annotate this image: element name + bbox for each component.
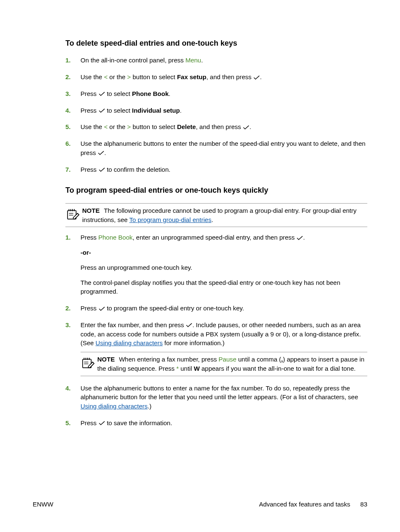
text: , and then press [206, 73, 253, 80]
text: Press [81, 305, 99, 312]
text: Press [81, 234, 99, 241]
link-dialing-characters[interactable]: Using dialing characters [96, 339, 163, 346]
text: for more information.) [163, 339, 225, 346]
text: . [260, 73, 262, 80]
section2-steps: 1. Press Phone Book, enter an unprogramm… [65, 233, 367, 427]
check-icon [243, 125, 249, 130]
list-item: 1. On the all-in-one control panel, pres… [65, 56, 367, 65]
check-icon [98, 151, 104, 155]
step-body: Press Phone Book, enter an unprogrammed … [81, 233, 367, 296]
step-body: Enter the fax number, and then press . I… [81, 320, 367, 376]
step-number: 5. [65, 418, 81, 428]
footer-left: ENWW [33, 501, 53, 508]
link-dialing-characters[interactable]: Using dialing characters [81, 403, 148, 410]
text: to save the information. [105, 419, 172, 426]
text: . [303, 234, 305, 241]
list-item: 7. Press to confirm the deletion. [65, 165, 367, 174]
step-number: 3. [65, 89, 81, 98]
list-item: 5. Use the < or the > button to select D… [65, 122, 367, 132]
step-number: 1. [65, 233, 81, 242]
bold-text: Phone Book [132, 90, 169, 97]
step-body: Use the < or the > button to select Fax … [81, 72, 367, 82]
step-number: 1. [65, 56, 81, 65]
text: Press [81, 166, 99, 173]
page-number: 83 [360, 501, 367, 508]
text: . [211, 216, 213, 223]
text: . [249, 123, 251, 130]
text: Use the [81, 123, 104, 130]
list-item: 1. Press Phone Book, enter an unprogramm… [65, 233, 367, 296]
text: . [104, 149, 106, 156]
text: until [179, 365, 194, 372]
step-number: 4. [65, 106, 81, 115]
step-body: Press to save the information. [81, 418, 367, 428]
list-item: 3. Press to select Phone Book. [65, 89, 367, 98]
section1-steps: 1. On the all-in-one control panel, pres… [65, 56, 367, 174]
check-icon [297, 236, 303, 240]
paragraph: The control-panel display notifies you t… [81, 278, 367, 297]
text: to confirm the deletion. [105, 166, 171, 173]
text: button to select [131, 123, 177, 130]
step-body: Press to confirm the deletion. [81, 165, 367, 174]
note-block: NOTEThe following procedure cannot be us… [65, 203, 367, 227]
footer-section-title: Advanced fax features and tasks [259, 501, 351, 508]
bold-text: Delete [177, 123, 196, 130]
text: Press [81, 90, 99, 97]
text: button to select [131, 73, 177, 80]
step-body: Use the alphanumeric buttons to enter th… [81, 139, 367, 158]
text: , and then press [196, 123, 243, 130]
step-number: 3. [65, 320, 81, 330]
list-item: 2. Press to program the speed-dial entry… [65, 304, 367, 313]
ui-label-pause: Pause [218, 356, 236, 363]
text: The following procedure cannot be used t… [82, 207, 356, 223]
note-icon [65, 206, 82, 224]
step-body: On the all-in-one control panel, press M… [81, 56, 367, 65]
step-number: 5. [65, 122, 81, 132]
step-body: Press to select Individual setup. [81, 106, 367, 115]
text: Enter the fax number, and then press [81, 321, 186, 328]
less-than-icon: < [104, 73, 108, 80]
or-divider: -or- [81, 248, 367, 257]
less-than-icon: < [104, 123, 108, 130]
text: Press [81, 107, 99, 114]
list-item: 2. Use the < or the > button to select F… [65, 72, 367, 82]
step-number: 4. [65, 384, 81, 393]
note-content: NOTEWhen entering a fax number, press Pa… [97, 355, 367, 373]
text: to program the speed-dial entry or one-t… [105, 305, 244, 312]
text: Press [81, 419, 99, 426]
note-label: NOTE [97, 356, 115, 363]
check-icon [99, 92, 105, 96]
text: . [201, 57, 203, 64]
text: appears if you want the all-in-one to wa… [200, 365, 356, 372]
ui-label-menu: Menu [185, 57, 201, 64]
check-icon [99, 421, 105, 426]
text: , enter an unprogrammed speed-dial entry… [132, 234, 296, 241]
text: . [169, 90, 170, 97]
check-icon [99, 168, 105, 172]
text: to select [105, 107, 132, 114]
list-item: 6. Use the alphanumeric buttons to enter… [65, 139, 367, 158]
greater-than-icon: > [127, 73, 131, 80]
link-group-dial[interactable]: To program group-dial entries [129, 216, 211, 223]
text: . [180, 107, 182, 114]
check-icon [99, 307, 105, 311]
text: Use the [81, 73, 104, 80]
check-icon [99, 108, 105, 113]
paragraph: Press an unprogrammed one-touch key. [81, 263, 367, 272]
step-body: Use the < or the > button to select Dele… [81, 122, 367, 132]
step-body: Use the alphanumeric buttons to enter a … [81, 384, 367, 411]
step-body: Press to select Phone Book. [81, 89, 367, 98]
text: Use the alphanumeric buttons to enter th… [81, 140, 366, 156]
page-footer: ENWW Advanced fax features and tasks 83 [33, 501, 367, 508]
note-content: NOTEThe following procedure cannot be us… [82, 206, 367, 225]
note-block: NOTEWhen entering a fax number, press Pa… [81, 352, 367, 376]
text: to select [105, 90, 132, 97]
text: .) [148, 403, 151, 410]
step-body: Press to program the speed-dial entry or… [81, 304, 367, 313]
text: or the [108, 123, 127, 130]
note-label: NOTE [82, 207, 100, 214]
section1-heading: To delete speed-dial entries and one-tou… [65, 39, 367, 48]
note-icon [81, 355, 97, 372]
list-item: 4. Press to select Individual setup. [65, 106, 367, 115]
text: until a comma ( [236, 356, 281, 363]
